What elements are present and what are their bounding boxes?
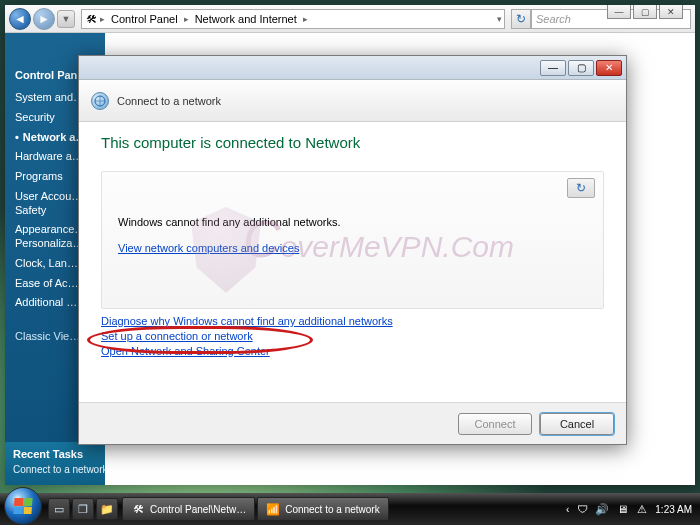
control-panel-icon: 🛠 [84,12,98,26]
taskbar: ▭ ❐ 📁 🛠 Control Panel\Netw… 📶 Connect to… [0,493,700,525]
chevron-down-icon[interactable]: ▾ [497,14,502,24]
chevron-right-icon[interactable]: ▸ [100,14,105,24]
parent-maximize-button[interactable]: ▢ [633,5,657,19]
forward-button[interactable]: ► [33,8,55,30]
quick-launch-item[interactable]: 📁 [96,498,118,520]
dialog-title: Connect to a network [117,95,221,107]
dialog-maximize-button[interactable]: ▢ [568,60,594,76]
view-network-computers-link[interactable]: View network computers and devices [118,242,299,254]
recent-task-link[interactable]: Connect to a network [13,464,97,475]
taskbar-tasks: 🛠 Control Panel\Netw… 📶 Connect to a net… [122,497,389,521]
volume-icon[interactable]: 🔊 [595,502,609,516]
control-panel-icon: 🛠 [131,502,145,516]
security-shield-icon[interactable]: 🛡 [575,502,589,516]
dialog-titlebar[interactable]: — ▢ ✕ [79,56,626,80]
parent-close-button[interactable]: ✕ [659,5,683,19]
dialog-header: Connect to a network [79,80,626,122]
taskbar-task[interactable]: 📶 Connect to a network [257,497,389,521]
connect-network-dialog: — ▢ ✕ Connect to a network This computer… [78,55,627,445]
dialog-body: This computer is connected to Network ↻ … [79,122,626,402]
recent-pages-button[interactable]: ▼ [57,10,75,28]
recent-tasks-header: Recent Tasks [13,448,97,460]
recent-tasks-section: Recent Tasks Connect to a network [5,442,105,485]
network-icon: 📶 [266,502,280,516]
start-button[interactable] [4,487,42,525]
dialog-footer: Connect Cancel [79,402,626,444]
breadcrumb[interactable]: 🛠 ▸ Control Panel ▸ Network and Internet… [81,9,505,29]
breadcrumb-item[interactable]: Network and Internet [191,13,301,25]
parent-title-buttons: — ▢ ✕ [607,5,683,19]
dialog-minimize-button[interactable]: — [540,60,566,76]
windows-logo-icon [13,498,32,514]
tray-expand-icon[interactable]: ‹ [566,504,569,515]
diagnose-link[interactable]: Diagnose why Windows cannot find any add… [101,315,604,327]
computer-icon[interactable]: 🖥 [615,502,629,516]
system-tray: ‹ 🛡 🔊 🖥 ⚠ 1:23 AM [566,502,700,516]
quick-launch: ▭ ❐ 📁 [48,498,118,520]
connection-status: This computer is connected to Network [101,134,604,151]
taskbar-task[interactable]: 🛠 Control Panel\Netw… [122,497,255,521]
refresh-networks-button[interactable]: ↻ [567,178,595,198]
setup-connection-link[interactable]: Set up a connection or network [101,330,604,342]
dialog-close-button[interactable]: ✕ [596,60,622,76]
taskbar-task-label: Connect to a network [285,504,380,515]
taskbar-task-label: Control Panel\Netw… [150,504,246,515]
switch-windows-button[interactable]: ❐ [72,498,94,520]
network-list-panel: ↻ Windows cannot find any additional net… [101,171,604,309]
back-button[interactable]: ◄ [9,8,31,30]
warning-icon[interactable]: ⚠ [635,502,649,516]
parent-minimize-button[interactable]: — [607,5,631,19]
cancel-button[interactable]: Cancel [540,413,614,435]
address-bar: ◄ ► ▼ 🛠 ▸ Control Panel ▸ Network and In… [5,5,695,33]
open-sharing-center-link[interactable]: Open Network and Sharing Center [101,345,604,357]
no-networks-message: Windows cannot find any additional netwo… [118,216,587,228]
network-globe-icon [91,92,109,110]
refresh-button[interactable]: ↻ [511,9,531,29]
show-desktop-button[interactable]: ▭ [48,498,70,520]
dialog-bottom-links: Diagnose why Windows cannot find any add… [101,315,604,357]
connect-button[interactable]: Connect [458,413,532,435]
chevron-right-icon[interactable]: ▸ [303,14,308,24]
chevron-right-icon[interactable]: ▸ [184,14,189,24]
clock[interactable]: 1:23 AM [655,504,692,515]
breadcrumb-item[interactable]: Control Panel [107,13,182,25]
